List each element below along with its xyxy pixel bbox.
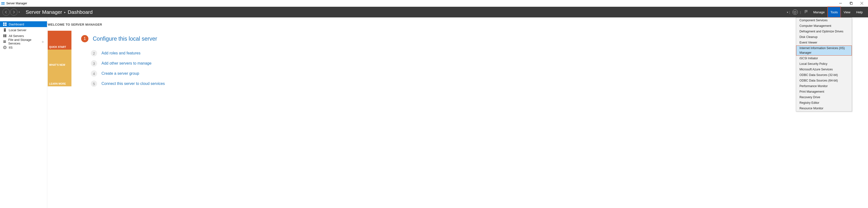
- server-manager-icon: [1, 1, 5, 5]
- refresh-button[interactable]: [791, 7, 799, 18]
- header-bar: ▾ Server Manager ▸ Dashboard ▾ | | Manag…: [0, 7, 868, 18]
- tools-menu-item[interactable]: Defragment and Optimize Drives: [796, 29, 852, 34]
- tools-menu-item[interactable]: Recovery Drive: [796, 95, 852, 100]
- svg-rect-15: [4, 29, 5, 30]
- tile-quick-start[interactable]: QUICK START: [48, 31, 71, 49]
- tile-learn-more[interactable]: LEARN MORE: [48, 67, 71, 86]
- header-separator-2: |: [799, 10, 802, 14]
- tools-menu-item[interactable]: Resource Monitor: [796, 106, 852, 111]
- sidebar-item-label: File and Storage Services: [8, 38, 40, 45]
- breadcrumb: Server Manager ▸ Dashboard: [26, 9, 93, 15]
- svg-rect-0: [1, 2, 5, 3]
- sidebar: Dashboard Local Server All Servers File …: [0, 18, 47, 208]
- tools-dropdown-menu: Component ServicesComputer ManagementDef…: [796, 18, 852, 111]
- tools-menu-item[interactable]: Event Viewer: [796, 40, 852, 45]
- sidebar-item-label: Local Server: [9, 28, 26, 32]
- svg-rect-12: [5, 25, 6, 26]
- tools-menu-item[interactable]: Print Management: [796, 89, 852, 95]
- back-button[interactable]: [2, 8, 10, 16]
- tile-whats-new[interactable]: WHAT'S NEW: [48, 49, 71, 67]
- notifications-button[interactable]: [802, 7, 810, 18]
- step-number: 3: [91, 60, 97, 67]
- main-content: WELCOME TO SERVER MANAGER QUICK START WH…: [47, 18, 868, 208]
- step-text: Add roles and features: [101, 51, 141, 56]
- steps-panel: 1 Configure this local server 2 Add role…: [71, 31, 868, 95]
- step-text: Connect this server to cloud services: [101, 81, 165, 86]
- forward-button[interactable]: [10, 8, 18, 16]
- manage-menu[interactable]: Manage: [810, 7, 828, 18]
- step-add-roles[interactable]: 2 Add roles and features: [81, 50, 858, 56]
- header-menu: ▾ | | Manage Tools View Help: [786, 7, 866, 18]
- flag-icon: [804, 10, 808, 14]
- tools-menu-item[interactable]: ODBC Data Sources (32-bit): [796, 72, 852, 78]
- step-number: 5: [91, 80, 97, 87]
- help-menu[interactable]: Help: [853, 7, 866, 18]
- tools-menu-item[interactable]: Local Security Policy: [796, 61, 852, 67]
- expand-icon: ▷: [42, 40, 44, 43]
- minimize-button[interactable]: [835, 0, 846, 7]
- svg-rect-18: [3, 41, 6, 42]
- tools-menu-item[interactable]: Disk Cleanup: [796, 34, 852, 40]
- svg-rect-6: [850, 3, 852, 5]
- window-controls: [835, 0, 867, 7]
- tools-menu-item[interactable]: Performance Monitor: [796, 83, 852, 89]
- step-add-servers[interactable]: 3 Add other servers to manage: [81, 60, 858, 67]
- nav-arrows: ▾: [2, 8, 20, 16]
- breadcrumb-root[interactable]: Server Manager: [26, 9, 62, 15]
- svg-rect-10: [5, 23, 6, 24]
- quick-start-card: QUICK START WHAT'S NEW LEARN MORE 1 Conf…: [48, 31, 868, 95]
- breadcrumb-page: Dashboard: [68, 9, 93, 15]
- tools-menu-item[interactable]: Microsoft Azure Services: [796, 67, 852, 72]
- tools-menu-button[interactable]: Tools: [828, 7, 841, 18]
- header-separator: |: [788, 10, 791, 14]
- tools-menu-item[interactable]: Computer Management: [796, 23, 852, 29]
- svg-rect-17: [5, 34, 6, 37]
- step-server-group[interactable]: 4 Create a server group: [81, 70, 858, 77]
- window-title: Server Manager: [6, 2, 835, 5]
- sidebar-item-iis[interactable]: IIS: [0, 44, 47, 50]
- step-text: Add other servers to manage: [101, 61, 151, 66]
- step-number: 4: [91, 70, 97, 77]
- step-text: Configure this local server: [93, 36, 157, 42]
- sidebar-item-dashboard[interactable]: Dashboard: [0, 21, 47, 27]
- titlebar: Server Manager: [0, 0, 868, 7]
- sidebar-item-local-server[interactable]: Local Server: [0, 27, 47, 33]
- step-number: 1: [81, 35, 88, 42]
- svg-rect-16: [3, 34, 5, 37]
- close-button[interactable]: [857, 0, 867, 7]
- step-number: 2: [91, 50, 97, 56]
- svg-rect-19: [3, 42, 6, 43]
- dashboard-icon: [3, 22, 7, 26]
- step-configure-server[interactable]: 1 Configure this local server: [81, 35, 858, 42]
- svg-point-3: [2, 4, 2, 4]
- sidebar-item-label: All Servers: [9, 34, 24, 38]
- svg-rect-11: [3, 25, 5, 26]
- iis-icon: [3, 45, 7, 49]
- servers-icon: [3, 34, 7, 38]
- step-cloud-services[interactable]: 5 Connect this server to cloud services: [81, 80, 858, 87]
- tools-menu-item[interactable]: iSCSI Initiator: [796, 56, 852, 61]
- svg-point-2: [2, 2, 2, 3]
- svg-rect-9: [3, 23, 5, 24]
- breadcrumb-separator-icon: ▸: [64, 10, 66, 14]
- server-icon: [3, 28, 7, 32]
- sidebar-item-label: IIS: [9, 46, 12, 49]
- sidebar-item-file-storage[interactable]: File and Storage Services ▷: [0, 39, 47, 44]
- tools-menu-item[interactable]: Component Services: [796, 18, 852, 23]
- maximize-button[interactable]: [846, 0, 857, 7]
- tile-column: QUICK START WHAT'S NEW LEARN MORE: [48, 31, 71, 95]
- nav-dropdown-icon[interactable]: ▾: [19, 11, 20, 13]
- tools-menu-item[interactable]: Registry Editor: [796, 100, 852, 106]
- sidebar-item-label: Dashboard: [9, 23, 24, 26]
- step-text: Create a server group: [101, 71, 139, 76]
- svg-rect-1: [1, 4, 5, 5]
- view-menu[interactable]: View: [841, 7, 853, 18]
- tools-menu-item[interactable]: ODBC Data Sources (64-bit): [796, 78, 852, 83]
- tools-menu-item[interactable]: Internet Information Services (IIS) Mana…: [796, 45, 852, 56]
- storage-icon: [3, 40, 6, 43]
- welcome-heading: WELCOME TO SERVER MANAGER: [48, 23, 868, 26]
- refresh-icon: [793, 9, 798, 15]
